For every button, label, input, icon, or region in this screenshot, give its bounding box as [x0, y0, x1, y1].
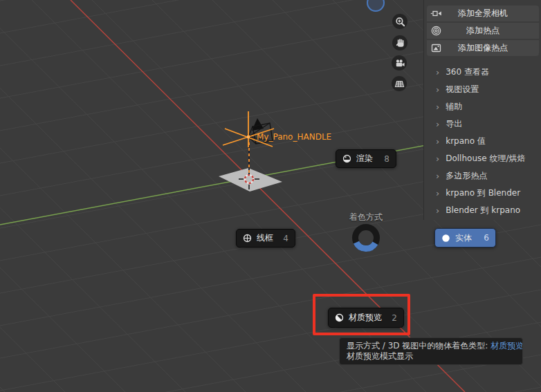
add-panorama-camera-button[interactable]: 添加全景相机: [427, 6, 539, 21]
button-label: 添加热点: [466, 26, 499, 35]
section-label: 辅助: [446, 101, 462, 113]
pie-item-rendered[interactable]: 渲染 8: [336, 149, 396, 168]
section-krpano-values[interactable]: ›krpano 值: [424, 133, 541, 150]
pie-item-solid[interactable]: 实体 6: [434, 228, 496, 248]
section-label: 多边形热点: [446, 170, 487, 182]
chevron-right-icon: ›: [436, 206, 439, 215]
section-label: 360 查看器: [446, 66, 489, 78]
pie-ring-direction-arc: [356, 243, 375, 249]
add-hotspot-button[interactable]: 添加热点: [427, 23, 539, 39]
pan-gizmo-button[interactable]: [392, 35, 407, 50]
section-label: Dollhouse 纹理/烘焙: [446, 153, 525, 165]
pie-item-wireframe[interactable]: 线框 4: [236, 229, 295, 248]
pie-item-shortcut: 4: [283, 234, 288, 243]
section-label: 视图设置: [446, 84, 479, 95]
section-polygon-hotspot[interactable]: ›多边形热点: [424, 167, 541, 185]
orthographic-gizmo-button[interactable]: [392, 76, 407, 91]
pan-hand-icon: [395, 38, 405, 48]
section-360-viewer[interactable]: ›360 查看器: [424, 64, 541, 81]
pie-item-label: 线框: [257, 232, 273, 244]
blender-3d-viewport: My_Pano_HANDLE: [0, 0, 541, 392]
chevron-right-icon: ›: [436, 154, 439, 163]
plane-object[interactable]: [219, 168, 282, 192]
section-export[interactable]: ›导出: [424, 115, 541, 133]
image-hotspot-icon: [430, 42, 442, 59]
section-assist[interactable]: ›辅助: [424, 98, 541, 115]
annotation-highlight-box: [313, 294, 410, 335]
render-sphere-icon: [342, 154, 351, 163]
section-blender-to-krpano[interactable]: ›Blender 到 krpano: [424, 202, 541, 219]
tooltip-highlight-text: 材质预览: [490, 341, 523, 351]
section-label: 导出: [446, 118, 462, 130]
add-image-hotspot-button[interactable]: 添加图像热点: [427, 40, 539, 56]
section-view-settings[interactable]: ›视图设置: [424, 81, 541, 98]
section-dollhouse-bake[interactable]: ›Dollhouse 纹理/烘焙: [424, 150, 541, 167]
sidebar-panel: 添加全景相机 添加热点: [423, 0, 541, 220]
tooltip-line2: 材质预览模式显示: [347, 351, 515, 362]
camera-view-icon: [394, 58, 405, 68]
chevron-right-icon: ›: [436, 68, 439, 77]
section-label: Blender 到 krpano: [446, 205, 520, 216]
camera-view-gizmo-button[interactable]: [392, 55, 407, 71]
chevron-right-icon: ›: [436, 102, 439, 111]
tooltip: 显示方式 / 3D 视图中的物体着色类型: 材质预览 材质预览模式显示: [339, 337, 523, 365]
section-label: krpano 值: [446, 136, 486, 147]
chevron-right-icon: ›: [436, 120, 439, 129]
section-label: krpano 到 Blender: [446, 187, 520, 199]
object-name-label: My_Pano_HANDLE: [257, 132, 331, 142]
orthographic-grid-icon: [394, 79, 405, 89]
button-label: 添加图像热点: [458, 43, 508, 53]
section-krpano-to-blender[interactable]: ›krpano 到 Blender: [424, 185, 541, 202]
zoom-gizmo-button[interactable]: [392, 14, 407, 29]
pie-item-label: 渲染: [356, 153, 373, 165]
zoom-icon: [395, 17, 405, 27]
chevron-right-icon: ›: [436, 189, 439, 198]
chevron-right-icon: ›: [436, 85, 439, 94]
wireframe-sphere-icon: [243, 234, 252, 243]
button-label: 添加全景相机: [458, 8, 508, 18]
tooltip-text: 显示方式 / 3D 视图中的物体着色类型:: [347, 341, 490, 351]
sidebar-button-stack: 添加全景相机 添加热点: [427, 6, 539, 57]
solid-sphere-icon: [441, 234, 450, 243]
pie-menu-ring[interactable]: [350, 222, 382, 254]
chevron-right-icon: ›: [436, 171, 439, 180]
sidebar-section-list: ›360 查看器 ›视图设置 ›辅助 ›导出 ›krpano 值 ›Dollho…: [424, 64, 541, 219]
pie-item-shortcut: 6: [484, 233, 489, 243]
chevron-right-icon: ›: [436, 137, 439, 146]
pie-item-shortcut: 8: [384, 154, 389, 164]
tooltip-line1: 显示方式 / 3D 视图中的物体着色类型: 材质预览: [347, 341, 515, 351]
navigation-gizmo-ball[interactable]: [367, 0, 384, 11]
pie-item-label: 实体: [455, 232, 472, 244]
